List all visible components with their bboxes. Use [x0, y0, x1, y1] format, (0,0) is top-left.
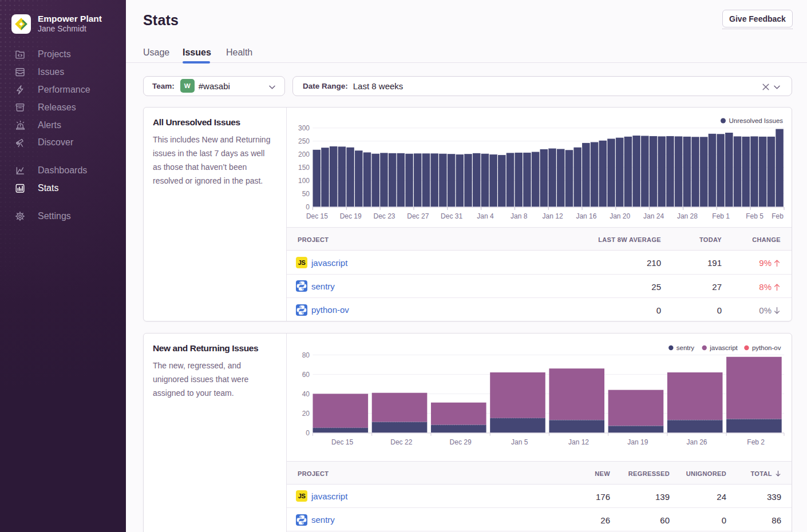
svg-text:200: 200: [298, 150, 310, 158]
svg-text:Jan 20: Jan 20: [610, 212, 630, 220]
svg-text:20: 20: [302, 410, 310, 418]
svg-text:250: 250: [298, 137, 310, 145]
svg-text:Dec 31: Dec 31: [441, 212, 462, 220]
svg-text:Jan 12: Jan 12: [543, 212, 563, 220]
svg-text:100: 100: [298, 177, 310, 185]
svg-text:Dec 27: Dec 27: [407, 212, 429, 220]
svg-text:300: 300: [298, 124, 310, 132]
svg-text:0: 0: [306, 429, 310, 437]
svg-text:Dec 23: Dec 23: [373, 212, 395, 220]
svg-text:80: 80: [302, 351, 310, 359]
svg-text:Jan 4: Jan 4: [477, 212, 494, 220]
svg-text:Dec 22: Dec 22: [390, 438, 412, 446]
svg-text:Unresolved Issues: Unresolved Issues: [729, 117, 784, 124]
svg-text:Jan 16: Jan 16: [576, 212, 596, 220]
svg-text:Jan 5: Jan 5: [511, 438, 528, 446]
svg-text:Jan 28: Jan 28: [677, 212, 698, 220]
svg-text:Dec 15: Dec 15: [331, 438, 353, 446]
svg-text:Jan 8: Jan 8: [511, 212, 528, 220]
svg-text:Dec 29: Dec 29: [450, 438, 472, 446]
svg-text:Dec 15: Dec 15: [306, 212, 328, 220]
svg-text:sentry: sentry: [677, 344, 695, 351]
svg-text:0: 0: [306, 203, 310, 211]
svg-text:python-ov: python-ov: [752, 344, 781, 351]
svg-text:50: 50: [302, 190, 310, 198]
svg-text:Jan 24: Jan 24: [643, 212, 664, 220]
svg-text:Feb 5: Feb 5: [746, 212, 764, 220]
svg-text:60: 60: [302, 371, 310, 379]
svg-text:Dec 19: Dec 19: [340, 212, 362, 220]
svg-text:Jan 12: Jan 12: [568, 438, 589, 446]
svg-text:40: 40: [302, 390, 310, 398]
svg-text:Feb: Feb: [772, 212, 784, 220]
svg-text:150: 150: [298, 164, 310, 172]
svg-text:Feb 2: Feb 2: [747, 438, 765, 446]
svg-text:Jan 26: Jan 26: [686, 438, 707, 446]
svg-text:Feb 1: Feb 1: [712, 212, 730, 220]
svg-text:Jan 19: Jan 19: [627, 438, 648, 446]
svg-text:javascript: javascript: [709, 344, 738, 351]
